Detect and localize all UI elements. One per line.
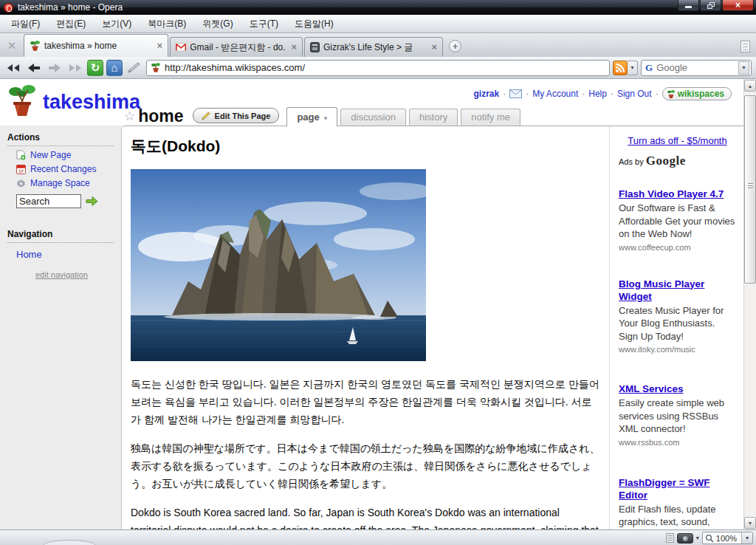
vertical-scrollbar[interactable]: ▲ ▼ <box>743 79 756 529</box>
address-field[interactable] <box>146 60 610 76</box>
new-tab-button[interactable]: + <box>449 40 461 52</box>
edit-page-button[interactable]: Edit This Page <box>193 108 280 123</box>
note-button[interactable] <box>126 60 143 76</box>
recent-changes-link[interactable]: Recent Changes <box>30 164 96 174</box>
tab-discussion[interactable]: discussion <box>340 109 406 126</box>
panel-toggle-handle[interactable] <box>43 540 96 545</box>
username-link[interactable]: gizrak <box>474 89 500 99</box>
turn-ads-off-link[interactable]: Turn ads off - $5/month <box>619 135 736 146</box>
panels-toggle-button[interactable]: ✕ <box>1 36 22 55</box>
ads-by-label: Ads by <box>619 157 644 166</box>
rewind-button[interactable] <box>4 60 22 76</box>
wikispaces-favicon-icon <box>30 40 41 52</box>
window-title: takeshima » home - Opera <box>18 2 123 13</box>
my-account-link[interactable]: My Account <box>532 89 578 99</box>
new-page-icon <box>16 150 26 160</box>
back-button[interactable] <box>25 60 43 76</box>
menu-view[interactable]: 보기(V) <box>94 15 140 32</box>
edit-navigation[interactable]: edit navigation <box>35 270 121 279</box>
restore-button[interactable] <box>700 0 721 11</box>
scroll-up-button[interactable]: ▲ <box>744 80 756 92</box>
ad-url: www.itoky.com/music <box>619 345 736 354</box>
home-link[interactable]: Home <box>16 249 42 260</box>
article: 독도(Dokdo) <box>122 126 609 529</box>
wikispaces-badge-button[interactable]: wikispaces <box>662 87 732 100</box>
tab-page[interactable]: page▾ <box>286 107 337 126</box>
sign-out-link[interactable]: Sign Out <box>617 89 652 99</box>
favorite-star-icon[interactable]: ☆ <box>124 109 135 124</box>
back-arrow-icon <box>27 63 41 73</box>
tab-close-icon[interactable]: × <box>431 43 437 52</box>
ad-body: Easily create simple web services using … <box>619 397 736 436</box>
fast-forward-button[interactable] <box>66 60 84 76</box>
ad-title-link[interactable]: XML Services <box>619 383 684 395</box>
images-toggle-icon[interactable] <box>677 533 693 544</box>
search-dropdown-button[interactable]: ▾ <box>738 61 749 75</box>
page-info-icon[interactable] <box>666 533 674 543</box>
menu-widgets[interactable]: 위젯(G) <box>194 15 241 32</box>
reload-button[interactable]: ↻ <box>87 60 103 76</box>
paragraph-japanese: 独島は韓国の神聖な場所です。日本は今まで韓国の領土だった独島を国際的な紛争地域に… <box>131 439 600 493</box>
chevron-down-icon[interactable]: ▾ <box>696 535 699 541</box>
sidebar-item-new-page[interactable]: New Page <box>16 150 121 160</box>
help-link[interactable]: Help <box>588 89 607 99</box>
scrollbar-thumb[interactable] <box>744 95 756 284</box>
wiki-page: takeshima gizrak · · My Account · Help ·… <box>0 79 743 529</box>
manage-space-link[interactable]: Manage Space <box>30 178 90 188</box>
search-go-icon[interactable] <box>86 196 98 207</box>
ad-item: XML Services Easily create simple web se… <box>619 382 736 447</box>
opera-logo-icon <box>4 3 13 13</box>
url-input[interactable] <box>165 62 605 73</box>
rss-dropdown-button[interactable]: ▾ <box>628 61 638 75</box>
edit-pencil-icon <box>202 111 211 120</box>
status-controls: ▾ 100% ▾ <box>666 532 753 544</box>
mail-icon[interactable] <box>509 89 522 98</box>
sidebar-item-manage-space[interactable]: Manage Space <box>16 178 121 188</box>
tab-close-icon[interactable]: × <box>291 43 297 52</box>
close-button[interactable]: × <box>722 0 754 11</box>
tab-takeshima[interactable]: takeshima » home × <box>24 34 168 57</box>
menu-edit[interactable]: 편집(E) <box>48 15 94 32</box>
ad-body: Creates Music Player for Your Blog Enthu… <box>619 304 736 343</box>
new-page-link[interactable]: New Page <box>30 150 71 160</box>
edit-navigation-link[interactable]: edit navigation <box>35 270 88 279</box>
blog-site-icon <box>310 42 320 52</box>
ad-title-link[interactable]: Flash Video Player 4.7 <box>619 188 724 200</box>
zoom-dropdown-button[interactable]: ▾ <box>741 532 752 544</box>
menu-tools[interactable]: 도구(T) <box>241 15 286 32</box>
minimize-button[interactable] <box>678 0 699 11</box>
menu-bookmarks[interactable]: 북마크(B) <box>140 15 194 32</box>
scroll-up-icon: ▲ <box>748 83 753 89</box>
status-bar: ▾ 100% ▾ <box>0 529 756 545</box>
tab-list-icon[interactable] <box>740 41 750 52</box>
tab-history-label: history <box>419 112 447 123</box>
tab-gizrak-blog[interactable]: Gizrak's Life Style > 글 × <box>304 37 443 57</box>
zoom-control[interactable]: 100% ▾ <box>702 532 753 544</box>
sidebar-item-home[interactable]: Home <box>16 249 121 260</box>
chevron-down-icon: ▾ <box>746 535 749 541</box>
home-button[interactable]: ⌂ <box>106 60 123 76</box>
web-search-input[interactable] <box>656 62 735 73</box>
content-panel: 독도(Dokdo) <box>121 126 743 529</box>
menu-file[interactable]: 파일(F) <box>3 15 48 32</box>
sidebar-item-recent-changes[interactable]: 17 Recent Changes <box>16 164 121 174</box>
close-icon: × <box>735 1 740 10</box>
forward-button[interactable] <box>46 60 63 76</box>
rss-button[interactable] <box>613 61 628 75</box>
ad-title-link[interactable]: FlashDigger = SWF Editor <box>619 476 736 501</box>
menu-help[interactable]: 도움말(H) <box>286 15 342 32</box>
tab-history[interactable]: history <box>409 109 458 126</box>
tab-discussion-label: discussion <box>351 112 396 123</box>
separator: · <box>503 89 506 99</box>
search-input[interactable] <box>16 194 81 208</box>
magnifier-icon <box>705 534 714 543</box>
window-controls: × <box>678 0 754 11</box>
tab-label: Gizrak's Life Style > 글 <box>323 41 413 54</box>
minimize-icon <box>685 6 692 8</box>
ad-title-link[interactable]: Blog Music Player Widget <box>619 278 736 303</box>
scroll-down-button[interactable]: ▼ <box>744 517 756 529</box>
tab-notify-me[interactable]: notify me <box>461 109 520 126</box>
rss-control: ▾ <box>613 61 638 75</box>
tab-close-icon[interactable]: × <box>157 41 162 50</box>
tab-gmail[interactable]: Gmail - 받은편지함 - do... × <box>170 37 303 57</box>
